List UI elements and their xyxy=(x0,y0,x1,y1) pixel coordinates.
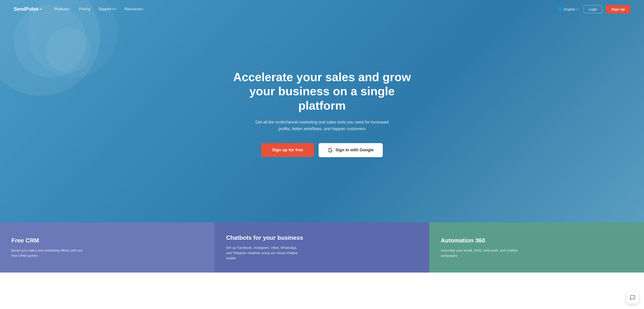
google-signin-button[interactable]: Sign in with Google xyxy=(318,143,383,157)
feature-crm-title: Free CRM xyxy=(12,237,203,244)
signup-button[interactable]: Sign Up xyxy=(606,5,630,14)
google-logo-icon xyxy=(328,148,333,153)
nav-right: 🌐 English ▾ Login Sign Up xyxy=(556,5,630,14)
nav-resources[interactable]: Resources ▾ xyxy=(122,5,147,13)
navbar: SendPulse ⌁ Products ▾ Pricing Support24… xyxy=(0,0,644,18)
features-strip: Free CRM Boost your sales and marketing … xyxy=(0,222,644,272)
globe-icon: 🌐 xyxy=(558,7,562,12)
feature-chatbots-title: Chatbots for your business xyxy=(226,234,418,241)
feature-card-chatbots: Chatbots for your business Set up Facebo… xyxy=(215,222,430,272)
feature-automation-desc: Automate your email, SMS, web push, and … xyxy=(441,248,518,258)
login-button[interactable]: Login xyxy=(584,5,602,13)
chevron-down-icon: ▾ xyxy=(576,8,578,11)
feature-crm-desc: Boost your sales and marketing efforts w… xyxy=(12,248,89,258)
chevron-down-icon: ▾ xyxy=(70,8,71,11)
language-selector[interactable]: 🌐 English ▾ xyxy=(556,6,580,13)
logo-symbol: ⌁ xyxy=(39,6,42,12)
nav-links: Products ▾ Pricing Support24/7 Resources… xyxy=(51,5,556,13)
chevron-down-icon: ▾ xyxy=(143,8,144,11)
nav-pricing[interactable]: Pricing xyxy=(76,5,93,13)
hero-subtitle: Get all the multichannel marketing and s… xyxy=(252,119,392,132)
hero-section: Accelerate your sales and grow your busi… xyxy=(0,0,644,222)
feature-chatbots-desc: Set up Facebook, Instagram, Viber, Whats… xyxy=(226,245,304,261)
feature-card-crm: Free CRM Boost your sales and marketing … xyxy=(0,222,215,272)
signup-free-button[interactable]: Sign up for free xyxy=(261,143,314,157)
nav-support[interactable]: Support24/7 xyxy=(95,5,120,13)
nav-products[interactable]: Products ▾ xyxy=(51,5,74,13)
feature-automation-title: Automation 360 xyxy=(441,237,632,244)
hero-buttons: Sign up for free Sign in with Google xyxy=(261,143,383,157)
hero-title: Accelerate your sales and grow your busi… xyxy=(231,70,413,113)
logo-text: SendPulse xyxy=(14,6,38,12)
logo[interactable]: SendPulse ⌁ xyxy=(14,6,42,12)
feature-card-automation: Automation 360 Automate your email, SMS,… xyxy=(429,222,644,272)
